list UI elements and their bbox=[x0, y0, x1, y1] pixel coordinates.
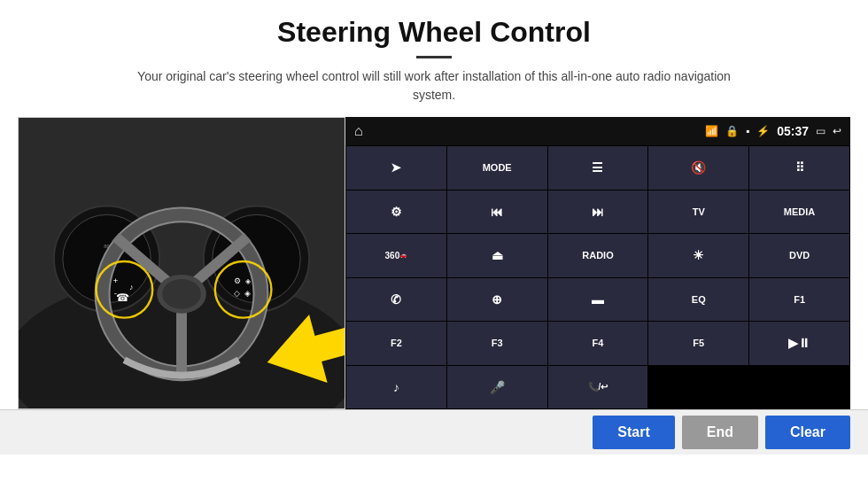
screen-icon[interactable]: ▭ bbox=[816, 125, 825, 137]
button-grid: ➤ MODE ☰ 🔇 ⠿ ⚙ ⏮ ⏭ TV MEDIA 360🚗 ⏏ RADIO… bbox=[345, 145, 850, 409]
btn-call[interactable]: 📞/↩ bbox=[548, 366, 648, 409]
btn-dvd[interactable]: DVD bbox=[749, 234, 849, 277]
control-panel: ⌂ 📶 🔒 ▪ ⚡ 05:37 ▭ ↩ ➤ MODE ☰ 🔇 ⠿ ⚙ ⏮ ⏭ T… bbox=[345, 117, 850, 409]
panel-topbar: ⌂ 📶 🔒 ▪ ⚡ 05:37 ▭ ↩ bbox=[345, 117, 850, 145]
btn-tv[interactable]: TV bbox=[648, 190, 748, 234]
btn-f1[interactable]: F1 bbox=[749, 278, 849, 322]
btn-mic[interactable]: 🎤 bbox=[447, 366, 547, 409]
btn-mute[interactable]: 🔇 bbox=[648, 146, 748, 190]
back-icon[interactable]: ↩ bbox=[833, 125, 841, 137]
svg-text:◈: ◈ bbox=[245, 277, 252, 285]
btn-prev[interactable]: ⏮ bbox=[447, 190, 547, 234]
time-display: 05:37 bbox=[777, 124, 809, 138]
btn-brightness[interactable]: ☀ bbox=[648, 234, 748, 277]
btn-music[interactable]: ♪ bbox=[346, 366, 446, 409]
btn-f2[interactable]: F2 bbox=[346, 322, 446, 365]
svg-text:♪: ♪ bbox=[129, 283, 133, 292]
clear-button[interactable]: Clear bbox=[765, 416, 850, 449]
btn-phone[interactable]: ✆ bbox=[346, 278, 446, 322]
subtitle: Your original car's steering wheel contr… bbox=[133, 67, 735, 105]
btn-media[interactable]: MEDIA bbox=[749, 190, 849, 234]
btn-send[interactable]: ➤ bbox=[346, 146, 446, 190]
title-divider bbox=[416, 56, 452, 58]
home-icon[interactable]: ⌂ bbox=[354, 123, 363, 139]
btn-eq[interactable]: EQ bbox=[648, 278, 748, 322]
svg-text:⚙: ⚙ bbox=[234, 276, 241, 285]
btn-f3[interactable]: F3 bbox=[447, 322, 547, 365]
page-title: Steering Wheel Control bbox=[0, 0, 868, 52]
svg-point-16 bbox=[162, 279, 201, 309]
bottom-bar: Start End Clear bbox=[0, 409, 868, 455]
btn-next[interactable]: ⏭ bbox=[548, 190, 648, 234]
btn-apps[interactable]: ⠿ bbox=[749, 146, 849, 190]
svg-text:◇: ◇ bbox=[234, 289, 240, 298]
btn-eject[interactable]: ⏏ bbox=[447, 234, 547, 277]
btn-playpause[interactable]: ▶⏸ bbox=[749, 322, 849, 365]
wifi-icon: 📶 bbox=[705, 125, 718, 137]
btn-f4[interactable]: F4 bbox=[548, 322, 648, 365]
lock-icon: 🔒 bbox=[725, 125, 739, 137]
topbar-right: 📶 🔒 ▪ ⚡ 05:37 ▭ ↩ bbox=[705, 124, 841, 138]
start-button[interactable]: Start bbox=[593, 416, 674, 449]
end-button[interactable]: End bbox=[682, 416, 758, 449]
bt-icon: ⚡ bbox=[756, 125, 770, 137]
btn-radio[interactable]: RADIO bbox=[548, 234, 648, 277]
btn-screen[interactable]: ▬ bbox=[548, 278, 648, 322]
btn-mode[interactable]: MODE bbox=[447, 146, 547, 190]
btn-nav[interactable]: ⊕ bbox=[447, 278, 547, 322]
svg-text:◈: ◈ bbox=[244, 289, 251, 298]
steering-wheel-image: 60 80 2000 + - ♪ bbox=[18, 117, 345, 409]
sd-icon: ▪ bbox=[746, 125, 749, 137]
btn-list[interactable]: ☰ bbox=[548, 146, 648, 190]
svg-text:☎: ☎ bbox=[116, 292, 129, 304]
btn-settings[interactable]: ⚙ bbox=[346, 190, 446, 234]
btn-360[interactable]: 360🚗 bbox=[346, 234, 446, 277]
svg-text:+: + bbox=[113, 276, 119, 285]
btn-f5[interactable]: F5 bbox=[648, 322, 748, 365]
